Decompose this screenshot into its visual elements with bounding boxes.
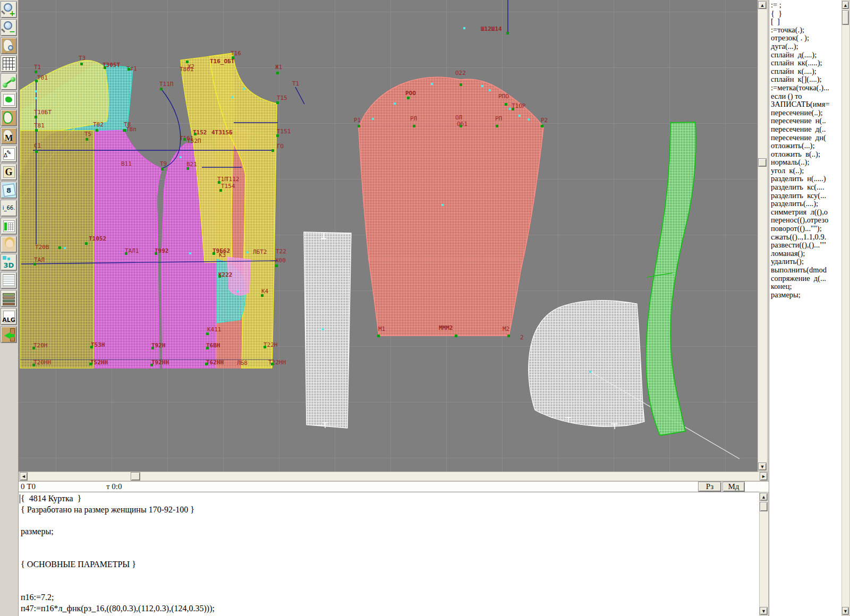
pattern-m-icon[interactable]: M: [1, 127, 17, 144]
command-item[interactable]: сплайн к(....);: [771, 67, 842, 76]
pattern-outline-icon[interactable]: [1, 109, 17, 126]
command-item[interactable]: пересечение н(..: [771, 117, 842, 125]
command-item[interactable]: сплайн кк(.....);: [771, 59, 842, 67]
command-item[interactable]: симметрия л((),о: [771, 208, 842, 217]
portrait-icon[interactable]: [1, 236, 17, 253]
command-item[interactable]: сопряжение д(...: [771, 275, 842, 283]
drawing-canvas[interactable]: Т1Т01Т3Т305ТТ#1Т10БТТ81Т82Т8Т8пТ5С1Т11ПВ…: [19, 0, 758, 472]
canvas-label: Т10БТ: [34, 109, 52, 116]
control-point: [261, 294, 264, 297]
mark-point: [509, 108, 511, 110]
code-line: [21, 582, 747, 593]
command-item[interactable]: поворот(()..."");: [771, 225, 842, 233]
command-item[interactable]: отрезок( . );: [771, 34, 842, 42]
command-item[interactable]: дуга(...);: [771, 42, 842, 51]
blueprint-icon[interactable]: 8: [1, 182, 17, 199]
command-item[interactable]: сжать(()..,1.1,0.9.: [771, 233, 842, 242]
status-bar: 0 Т0 т 0:0 Рз Мд: [19, 481, 769, 492]
control-point: [264, 346, 266, 348]
command-item[interactable]: конец;: [771, 283, 842, 291]
exit-icon[interactable]: [1, 326, 17, 343]
mark-point: [180, 156, 182, 158]
command-item[interactable]: нормаль(..);: [771, 158, 842, 167]
control-point: [186, 61, 189, 63]
drafting-tools-icon[interactable]: ✎Δ: [1, 146, 17, 162]
3d-view-icon[interactable]: 3D: [1, 254, 17, 271]
command-item[interactable]: сплайн к[](....);: [771, 75, 842, 84]
scroll-down-icon[interactable]: ▼: [760, 607, 768, 615]
command-item[interactable]: перенос((),отрезо: [771, 216, 842, 225]
command-item[interactable]: :=метка(точка(.)...: [771, 84, 842, 92]
g-letter-icon[interactable]: G: [1, 164, 17, 181]
control-point: [455, 335, 457, 337]
command-item[interactable]: := ;: [771, 1, 842, 10]
control-point: [35, 150, 38, 153]
command-item[interactable]: ломаная();: [771, 250, 842, 258]
command-item[interactable]: :=точка(.);: [771, 26, 842, 35]
command-item[interactable]: выполнить(dmod: [771, 266, 842, 275]
program-text: { 4814 Куртка }{ Разработано на размер ж…: [21, 494, 747, 615]
control-point: [413, 125, 415, 127]
md-button[interactable]: Мд: [722, 482, 745, 492]
mark-point: [243, 88, 245, 90]
control-point: [89, 363, 92, 365]
command-item[interactable]: отложить в(..);: [771, 150, 842, 159]
measure-tool-icon[interactable]: [1, 73, 17, 90]
command-item[interactable]: разделить(....);: [771, 200, 842, 208]
canvas-vscroll-thumb[interactable]: [758, 158, 767, 167]
command-item[interactable]: размеры;: [771, 291, 842, 300]
command-item[interactable]: развести((),()..."": [771, 241, 842, 250]
command-item[interactable]: сплайн д(....);: [771, 51, 842, 59]
i66-icon[interactable]: i_66.: [1, 200, 17, 217]
command-item[interactable]: отложить(...);: [771, 142, 842, 150]
rz-button[interactable]: Рз: [698, 482, 721, 492]
command-item[interactable]: пересечение(..);: [771, 109, 842, 117]
canvas-label: Р1: [354, 117, 361, 124]
zoom-in-icon[interactable]: +: [1, 1, 17, 18]
scroll-down-icon[interactable]: ▼: [758, 463, 767, 470]
command-item[interactable]: пересечение дн(: [771, 134, 842, 142]
canvas-hscroll-thumb[interactable]: [131, 472, 140, 481]
panel-vscroll-thumb[interactable]: [842, 10, 849, 25]
map-page-icon[interactable]: [1, 91, 17, 108]
panel-vscrollbar[interactable]: ▲ ▼: [842, 0, 850, 616]
canvas-label: Т8п: [126, 126, 137, 133]
command-item[interactable]: разделить кс(....: [771, 183, 842, 192]
canvas-label: Т1: [292, 81, 299, 87]
program-editor[interactable]: { 4814 Куртка }{ Разработано на размер ж…: [19, 492, 759, 616]
command-item[interactable]: { }: [771, 10, 842, 18]
command-item[interactable]: пересечение д(..: [771, 125, 842, 134]
piece-preview-icon[interactable]: [1, 37, 17, 54]
canvas-label: Х2: [188, 64, 194, 70]
grid-icon[interactable]: [1, 55, 17, 72]
command-item[interactable]: удалить();: [771, 258, 842, 266]
command-item[interactable]: [ ]: [771, 18, 842, 26]
command-item[interactable]: если () то: [771, 92, 842, 101]
zoom-out-icon[interactable]: −: [1, 19, 17, 36]
scroll-right-icon[interactable]: ►: [760, 472, 768, 481]
scroll-left-icon[interactable]: ◄: [20, 472, 28, 481]
text-list-icon[interactable]: [1, 272, 17, 289]
command-item[interactable]: угол к(..);: [771, 167, 842, 175]
command-item[interactable]: разделить н(.....): [771, 175, 842, 183]
canvas-label: Т52НН: [90, 360, 108, 366]
canvas-vscrollbar[interactable]: ▲ ▼: [758, 0, 768, 472]
books-icon[interactable]: [1, 290, 17, 307]
editor-vscrollbar[interactable]: ▲ ▼: [759, 492, 769, 616]
control-point: [128, 68, 130, 71]
mark-point: [246, 251, 248, 253]
command-item[interactable]: разделить ксу(...: [771, 192, 842, 200]
alg-document-icon[interactable]: ALG: [1, 308, 17, 325]
editor-vscroll-thumb[interactable]: [760, 502, 768, 511]
scroll-down-icon[interactable]: ▼: [842, 607, 849, 615]
scroll-up-icon[interactable]: ▲: [842, 1, 849, 9]
scroll-up-icon[interactable]: ▲: [760, 493, 768, 501]
control-point: [125, 252, 128, 255]
scroll-up-icon[interactable]: ▲: [758, 1, 767, 9]
size-table-icon[interactable]: [1, 218, 17, 235]
canvas-hscrollbar[interactable]: ◄ ►: [19, 472, 769, 481]
command-item[interactable]: ЗАПИСАТЬ(имя=: [771, 100, 842, 109]
control-point: [150, 364, 153, 366]
canvas-label: Т92НН: [151, 360, 169, 366]
control-point: [212, 252, 215, 255]
